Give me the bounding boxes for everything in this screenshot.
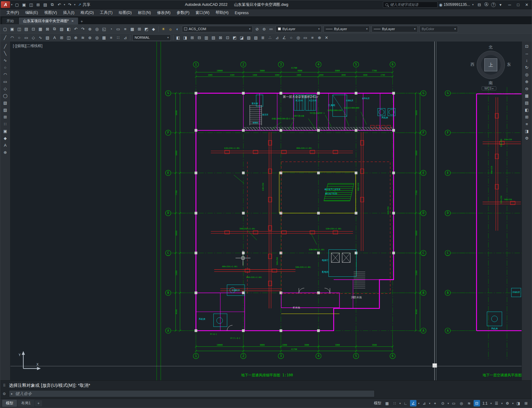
gradient-tool-icon[interactable]: ▨ (2, 107, 9, 113)
visual-styles-icon[interactable]: ◧ (524, 107, 530, 113)
tab-close-icon[interactable]: ✕ (71, 19, 74, 23)
menu-item[interactable]: 插入(I) (60, 9, 77, 16)
insert-block-icon[interactable]: ⊕ (73, 34, 79, 41)
hatch-tool-icon[interactable]: ▧ (2, 100, 9, 106)
snap-mode-icon[interactable]: ∷ (392, 400, 398, 406)
app-logo-icon[interactable]: A (1, 1, 10, 8)
search-box[interactable] (383, 2, 438, 8)
match-properties-icon[interactable]: ◧ (65, 26, 72, 32)
layer-states-icon[interactable]: ☼ (167, 26, 174, 32)
compass-north-label[interactable]: 北 (489, 45, 493, 50)
table-tool-icon[interactable]: ⊞ (2, 114, 9, 120)
zoom-extents-icon[interactable]: ◎ (524, 71, 530, 78)
cart-icon[interactable]: ⊟ (476, 2, 483, 8)
region-tool-icon[interactable]: ▦ (101, 34, 107, 41)
dynamic-input-icon[interactable]: ⊡ (474, 400, 480, 406)
polar-tracking-icon[interactable]: ∠ (410, 400, 416, 406)
designcenter-icon[interactable]: ≡ (122, 26, 128, 32)
nav-settings-icon[interactable]: ⚙ (524, 135, 530, 141)
solid-tool-icon[interactable]: ◆ (2, 135, 9, 141)
block-tool-icon[interactable]: ◫ (65, 34, 72, 41)
help-menu-caret[interactable]: ▾ (497, 2, 504, 8)
menu-item[interactable]: 修改(M) (154, 9, 174, 16)
search-input[interactable] (390, 3, 433, 6)
redo-icon[interactable]: ↷ (66, 2, 73, 8)
spline-tool-icon[interactable]: ∿ (37, 34, 44, 41)
command-input[interactable]: ▸ 键入命令 (9, 390, 375, 397)
explode-icon[interactable]: ▭ (302, 34, 309, 41)
dim-ordinate-icon[interactable]: ▤ (210, 34, 217, 41)
point-tool-icon[interactable]: ∷ (2, 121, 9, 127)
undo-icon[interactable]: ↶ (56, 2, 63, 8)
view-compass[interactable]: 北 南 西 东 上 WCS (472, 44, 509, 90)
orbit-icon[interactable]: ↻ (524, 64, 530, 71)
polar-tracking-icon-caret[interactable]: ▾ (417, 402, 420, 405)
sheetset-icon[interactable]: ⊞ (136, 26, 143, 32)
stretch-icon[interactable]: ⊕ (316, 34, 323, 41)
object-snap-icon-caret[interactable]: ▾ (447, 402, 450, 405)
workspace-switching-icon-caret[interactable]: ▾ (500, 402, 504, 405)
linetype-combo[interactable]: ByLayer (324, 26, 370, 32)
quickcalc-icon[interactable]: ◆ (150, 26, 157, 32)
make-object-layer-current-icon[interactable]: ⊘ (254, 26, 260, 32)
save-icon[interactable]: ◫ (16, 26, 22, 32)
trim-icon[interactable]: ▨ (246, 34, 252, 41)
revision-cloud-icon[interactable]: ≋ (80, 34, 86, 41)
customize-command-icon[interactable]: ⚙ (2, 392, 7, 396)
help-icon[interactable]: ? (491, 2, 496, 7)
recent-commands-icon[interactable]: ▸ (11, 392, 13, 396)
viewport-controls[interactable]: [-][俯视][二维线框] (13, 43, 42, 49)
app-menu-caret-icon[interactable]: ▾ (10, 3, 14, 6)
qnew-icon[interactable]: ▢ (14, 2, 20, 8)
isodraft-icon[interactable]: ⊿ (421, 400, 428, 406)
ortho-mode-icon[interactable]: ∟ (402, 400, 409, 406)
pan-icon[interactable]: ⊕ (87, 26, 93, 32)
share-button[interactable]: ↗ 共享 (78, 2, 90, 7)
join-icon[interactable]: ◎ (295, 34, 301, 41)
rectangle-tool-icon[interactable]: ▭ (2, 78, 9, 85)
lineweight-display-icon[interactable]: ▭ (451, 400, 457, 406)
annot-scale-control[interactable]: 1:1 (481, 400, 489, 406)
account-menu[interactable]: ◉ 15059991135... ▾ (439, 2, 475, 7)
new-icon[interactable]: ▢ (2, 26, 8, 32)
menu-item[interactable]: 参数(P) (174, 9, 193, 16)
point-tool-icon[interactable]: ⊛ (87, 34, 93, 41)
minimize-button[interactable]: ─ (506, 2, 514, 8)
text-tool-icon[interactable]: A (51, 34, 58, 41)
selection-cycling-icon[interactable]: ≋ (466, 400, 472, 406)
plot-icon[interactable]: ▤ (23, 26, 30, 32)
region-tool-icon[interactable]: ▣ (2, 128, 9, 134)
compass-east-label[interactable]: 东 (507, 62, 511, 67)
new-tab-button[interactable]: + (79, 18, 85, 24)
drawing-canvas[interactable]: 112233445566GGGFFFEEEDDDCCCBBBAAAYX第一层大会… (10, 42, 522, 380)
offset-icon[interactable]: ≣ (260, 34, 266, 41)
viewcube-top-face[interactable]: 上 (484, 58, 497, 71)
layer-translator-icon[interactable]: ≔ (268, 26, 274, 32)
plot-icon[interactable]: ▤ (42, 2, 49, 8)
redo-icon-caret[interactable]: ▾ (73, 3, 77, 6)
isolate-objects-icon[interactable]: ◨ (515, 400, 522, 406)
paste-icon[interactable]: ▨ (58, 26, 65, 32)
pan-horizontal-icon[interactable]: ↔ (524, 50, 530, 57)
table-tool-icon[interactable]: ⊞ (58, 34, 65, 41)
wcs-selector[interactable]: WCS (482, 86, 496, 90)
measure-tool-icon[interactable]: ⊿ (122, 34, 128, 41)
mirror-icon[interactable]: ∴ (267, 34, 273, 41)
layer-properties-icon[interactable]: ☀ (160, 26, 167, 32)
insert-block-icon[interactable]: ⊕ (2, 149, 9, 156)
dim-radius-icon[interactable]: ⊟ (196, 34, 203, 41)
qsave-icon[interactable]: ◫ (28, 2, 34, 8)
snap-mode-icon-caret[interactable]: ▾ (399, 402, 402, 405)
full-navigation-icon[interactable]: ⊡ (524, 43, 530, 50)
tab-start[interactable]: 开始 (2, 18, 18, 24)
named-views-icon[interactable]: ▤ (524, 100, 530, 106)
cad-viewport[interactable]: 112233445566GGGFFFEEEDDDCCCBBBAAAYX第一层大会… (10, 42, 522, 380)
undo-icon-caret[interactable]: ▾ (63, 3, 66, 6)
menu-item[interactable]: Express (232, 9, 252, 16)
markup-icon[interactable]: ◩ (143, 26, 150, 32)
model-tab[interactable]: 模型 (2, 400, 17, 407)
annot-scale-control-caret[interactable]: ▾ (489, 402, 493, 405)
undo-icon[interactable]: ↶ (73, 26, 79, 32)
zoom-realtime-icon[interactable]: ◎ (94, 26, 100, 32)
open-icon[interactable]: ▣ (9, 26, 15, 32)
